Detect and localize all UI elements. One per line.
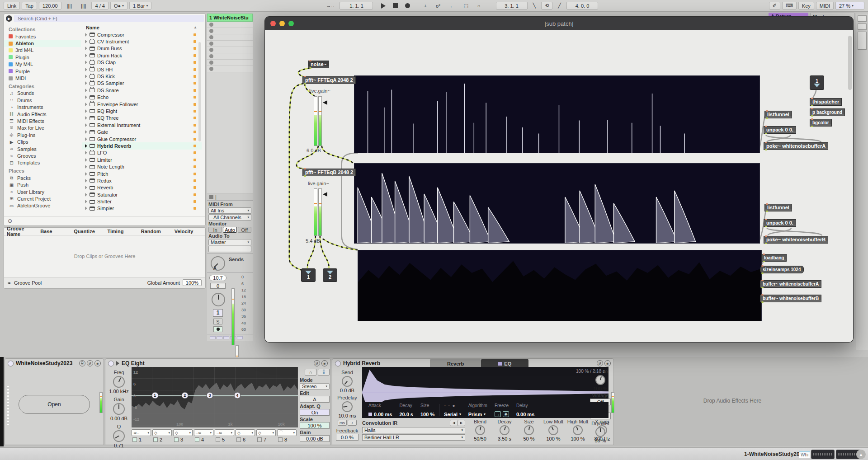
sidebar-item-category[interactable]: ▶ Clips (9, 138, 81, 145)
buffer-a-object[interactable]: buffer~ whitenoisebufferA (760, 280, 821, 288)
expander-icon[interactable] (85, 200, 87, 203)
expander-icon[interactable] (85, 40, 87, 43)
punch-in-icon[interactable]: ╲ (529, 2, 540, 9)
band-enable-checkbox[interactable] (278, 437, 283, 442)
clip-slot[interactable] (207, 41, 253, 47)
search-input[interactable]: Search (Cmd + F) (14, 15, 204, 22)
quantize-menu[interactable]: 1 Bar▾ (129, 2, 151, 9)
sort-icon[interactable]: ▲ (193, 25, 197, 29)
clip-slot[interactable] (207, 60, 253, 66)
list-item-device[interactable]: Reverb (82, 184, 202, 191)
gain-value[interactable]: 0.00 dB (107, 416, 131, 421)
sidebar-item-place[interactable]: ○ User Library (9, 188, 81, 195)
live-gain-b-slider[interactable] (314, 188, 322, 236)
filter-type-select[interactable]: ◇▾ (256, 429, 276, 436)
track-activator-button[interactable]: 1 (213, 309, 223, 317)
list-item-device[interactable]: DS Sampler (82, 80, 202, 87)
clip-slot[interactable] (207, 22, 253, 28)
zoom-icon[interactable] (288, 21, 294, 26)
midi-from-select[interactable]: All Ins▾ (208, 207, 251, 214)
drywet-value[interactable]: 50 % (588, 438, 613, 443)
master-widget[interactable] (858, 15, 867, 22)
list-item-device[interactable]: Note Length (82, 163, 202, 170)
list-item-device[interactable]: Drum Buss (82, 45, 202, 52)
back-to-arrangement-button[interactable]: ← (446, 2, 458, 9)
clip-slot[interactable] (207, 66, 253, 72)
knob-value[interactable]: 3.50 s (498, 436, 511, 441)
expander-icon[interactable] (85, 137, 87, 141)
sidebar-item-place[interactable]: ⧉ Packs (9, 174, 81, 181)
eq-analyze-button[interactable]: ⸽⸽ (318, 369, 330, 376)
save-preset-icon[interactable]: ■ (94, 360, 101, 366)
next-ir-button[interactable]: ▶ (458, 420, 465, 426)
eq-filter-node[interactable]: 4 (234, 392, 241, 399)
p-background-object[interactable]: p background (810, 108, 845, 116)
minimize-icon[interactable] (279, 21, 285, 26)
stop-clip-icon[interactable] (209, 195, 213, 199)
eq-audition-button[interactable]: ∩ (305, 369, 316, 376)
size-value[interactable]: 100 % (420, 412, 434, 417)
unpack-a-object[interactable]: unpack 0 0. (764, 126, 796, 134)
live-gain-b-value[interactable]: 5.4 dB (306, 238, 320, 244)
filter-type-select[interactable]: –⊂▾ (194, 429, 213, 436)
groove-column-header[interactable]: Groove Name (4, 226, 38, 237)
sidebar-item-collection[interactable]: Favorites (9, 33, 81, 40)
filter-type-select[interactable]: ◇▾ (173, 429, 193, 436)
band-enable-checkbox[interactable] (153, 437, 158, 442)
expander-icon[interactable] (85, 151, 87, 155)
expander-icon[interactable] (85, 75, 87, 78)
sidebar-item-category[interactable]: ≋ Samples (9, 146, 81, 152)
monitor-option-button[interactable]: In (208, 227, 222, 233)
preview-headphone-icon[interactable]: ⊙ (8, 218, 12, 224)
freeze-button[interactable]: ✳ (503, 411, 509, 417)
sidebar-item-category[interactable]: ♫ Sounds (9, 90, 81, 97)
browser-collapse-icon[interactable]: ▶ (6, 15, 12, 22)
draw-mode-button[interactable]: ✐ (769, 2, 780, 9)
list-item-device[interactable]: External Instrument (82, 122, 202, 128)
record-button[interactable] (405, 3, 410, 8)
sidebar-item-category[interactable]: ‖‖ Audio Effects (9, 111, 81, 117)
live-gain-a-slider[interactable] (314, 96, 322, 146)
drop-audio-effects-zone[interactable]: Drop Audio Effects Here (624, 398, 841, 404)
ir-category-select[interactable]: Halls▾ (362, 427, 465, 433)
sidebar-item-collection[interactable]: Purple (9, 68, 81, 75)
overdub-button[interactable]: + (420, 2, 430, 9)
band-enable-checkbox[interactable] (236, 437, 241, 442)
device-activator[interactable] (108, 361, 114, 366)
groove-column-header[interactable]: Velocity (172, 229, 205, 234)
knob-value[interactable]: 50/50 (474, 436, 486, 441)
sidebar-item-collection[interactable]: Plugin (9, 54, 81, 61)
filter-type-select[interactable]: ⌒▾ (277, 429, 297, 436)
edit-ab-button[interactable]: A (300, 396, 330, 403)
knob[interactable] (475, 425, 485, 435)
solo-button[interactable]: S (213, 319, 222, 324)
adaptq-toggle[interactable]: On (300, 409, 330, 416)
decay-value[interactable]: 20.0 s (399, 412, 413, 417)
pan-field[interactable]: 0 (210, 283, 226, 289)
algorithm-select[interactable]: Prism (468, 412, 482, 417)
hot-swap-icon[interactable]: ⇄ (597, 360, 603, 366)
attack-value[interactable]: 0.00 ms (374, 412, 392, 417)
eq-filter-node[interactable]: 2 (181, 392, 188, 399)
output-gain-field[interactable]: 0.00 dB (300, 435, 330, 442)
list-scrollbar[interactable] (198, 42, 201, 141)
sidebar-item-collection[interactable]: 3rd M4L (9, 47, 81, 54)
expander-icon[interactable] (85, 123, 87, 127)
send-a-knob[interactable] (211, 256, 225, 271)
filter-type-select[interactable]: ⊃–▾ (132, 429, 151, 436)
follow-button[interactable]: →‥ (322, 2, 338, 9)
midi-channel-select[interactable]: All Channels▾ (208, 214, 251, 221)
eq-filter-node[interactable]: 1 (151, 392, 158, 399)
band-enable-checkbox[interactable] (132, 437, 137, 442)
groove-column-header[interactable]: Random (138, 229, 172, 234)
pfft-b-object[interactable]: pfft~ FFTEqB 2048 2 (302, 169, 356, 176)
expander-icon[interactable] (85, 103, 87, 106)
list-item-device[interactable]: DS HH (82, 66, 202, 73)
tap-button[interactable]: Tap (22, 2, 37, 9)
expander-icon[interactable] (85, 47, 87, 50)
list-item-device[interactable]: LFO (82, 150, 202, 156)
band-enable-checkbox[interactable] (216, 437, 220, 442)
mode-select[interactable]: Stereo▾ (300, 383, 330, 390)
list-item-device[interactable]: Echo (82, 94, 202, 101)
link-button[interactable]: Link (4, 2, 20, 9)
